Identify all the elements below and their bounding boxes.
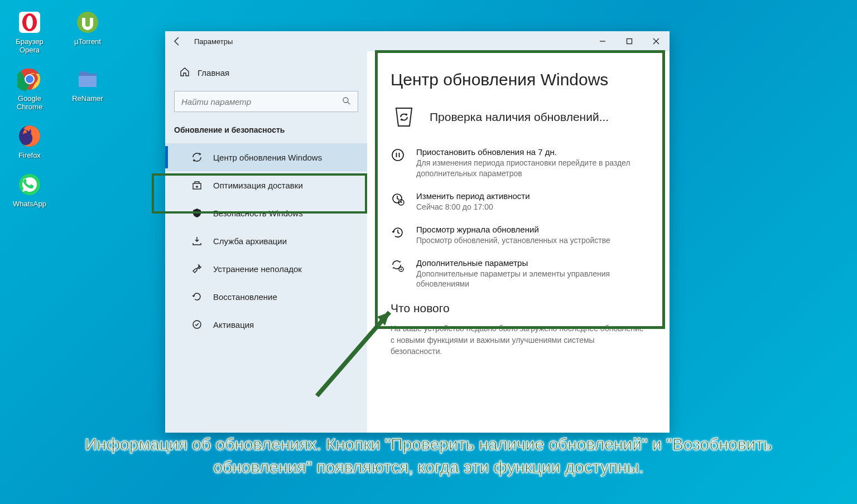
clock-icon — [391, 191, 405, 212]
update-status-text: Проверка наличия обновлений... — [430, 110, 609, 124]
sidebar-item-recovery[interactable]: Восстановление — [165, 283, 367, 311]
annotation-caption: Информация об обновлениях. Кнопки "Прове… — [0, 433, 857, 478]
desktop-icon-opera[interactable]: Браузер Opera — [8, 8, 51, 55]
sidebar-item-windows-security[interactable]: Безопасность Windows — [165, 199, 367, 227]
home-icon — [180, 67, 190, 79]
option-desc: Просмотр обновлений, установленных на ус… — [416, 235, 610, 246]
sidebar-item-label: Центр обновления Windows — [213, 153, 322, 162]
option-advanced-options[interactable]: Дополнительные параметры Дополнительные … — [391, 258, 646, 290]
update-status-row: Проверка наличия обновлений... — [391, 104, 646, 130]
desktop-icon-whatsapp[interactable]: WhatsApp — [8, 170, 51, 209]
utorrent-icon — [73, 8, 102, 37]
settings-window: Параметры Главная Обновление и безопасно… — [165, 31, 670, 433]
minimize-button[interactable] — [589, 31, 616, 51]
backup-icon — [191, 235, 203, 246]
sidebar-item-label: Устранение неполадок — [213, 264, 302, 274]
svg-rect-7 — [79, 76, 97, 87]
desktop-icon-label: Google Chrome — [8, 95, 51, 112]
desktop-icon-firefox[interactable]: Firefox — [8, 122, 51, 160]
back-button[interactable] — [165, 31, 190, 51]
settings-sidebar: Главная Обновление и безопасность Центр … — [165, 51, 367, 433]
desktop-icon-renamer[interactable]: ReNamer — [66, 65, 109, 112]
svg-point-2 — [26, 16, 33, 29]
pause-icon — [391, 147, 405, 179]
sidebar-item-label: Служба архивации — [213, 236, 287, 246]
desktop-icon-label: ReNamer — [72, 95, 103, 103]
opera-icon — [15, 8, 44, 37]
option-active-hours[interactable]: Изменить период активности Сейчас 8:00 д… — [391, 191, 646, 212]
renamer-icon — [73, 65, 102, 94]
desktop-icon-label: µTorrent — [74, 38, 101, 46]
close-button[interactable] — [643, 31, 670, 51]
refresh-icon — [191, 152, 203, 163]
svg-point-12 — [343, 98, 348, 103]
maximize-button[interactable] — [616, 31, 643, 51]
sidebar-item-windows-update[interactable]: Центр обновления Windows — [165, 143, 367, 171]
sidebar-home-label: Главная — [198, 68, 229, 77]
whats-new-body: На ваше устройство недавно было загружен… — [391, 323, 646, 357]
desktop-icon-label: Браузер Opera — [8, 38, 51, 55]
sidebar-item-label: Безопасность Windows — [213, 209, 303, 218]
option-title: Дополнительные параметры — [416, 258, 646, 268]
sidebar-section-label: Обновление и безопасность — [165, 125, 367, 143]
settings-content: Центр обновления Windows Проверка наличи… — [367, 51, 670, 433]
desktop-icon-label: Firefox — [18, 152, 41, 160]
sidebar-home[interactable]: Главная — [165, 61, 367, 91]
window-title: Параметры — [194, 37, 233, 46]
sidebar-item-label: Оптимизация доставки — [213, 181, 303, 190]
option-desc: Дополнительные параметры и элементы упра… — [416, 269, 646, 290]
option-title: Просмотр журнала обновлений — [416, 225, 610, 234]
sidebar-item-backup[interactable]: Служба архивации — [165, 227, 367, 255]
option-desc: Сейчас 8:00 до 17:00 — [416, 202, 530, 212]
option-title: Приостановить обновления на 7 дн. — [416, 147, 646, 157]
activation-icon — [191, 319, 203, 330]
delivery-icon — [191, 180, 203, 191]
search-input[interactable] — [181, 97, 342, 106]
whatsapp-icon — [15, 170, 44, 199]
search-icon — [342, 96, 351, 107]
whats-new-heading: Что нового — [391, 302, 646, 315]
troubleshoot-icon — [191, 263, 203, 274]
firefox-icon — [15, 122, 44, 151]
window-controls — [589, 31, 670, 51]
svg-line-13 — [348, 102, 350, 104]
desktop-icon-utorrent[interactable]: µTorrent — [66, 8, 109, 55]
sidebar-item-troubleshoot[interactable]: Устранение неполадок — [165, 255, 367, 283]
sidebar-item-activation[interactable]: Активация — [165, 311, 367, 338]
shield-icon — [191, 207, 203, 219]
option-update-history[interactable]: Просмотр журнала обновлений Просмотр обн… — [391, 225, 646, 246]
sidebar-search[interactable] — [174, 91, 358, 112]
svg-rect-11 — [627, 39, 632, 44]
svg-point-22 — [401, 268, 402, 270]
window-titlebar: Параметры — [165, 31, 670, 51]
recovery-icon — [191, 291, 203, 302]
history-icon — [391, 225, 405, 246]
sidebar-item-delivery-optimization[interactable]: Оптимизация доставки — [165, 171, 367, 199]
desktop-icon-chrome[interactable]: Google Chrome — [8, 65, 51, 112]
update-status-icon — [391, 104, 417, 130]
option-title: Изменить период активности — [416, 191, 530, 201]
desktop-icons-area: Браузер Opera µTorrent Google Chrome — [8, 8, 119, 209]
option-desc: Для изменения периода приостановки перей… — [416, 158, 646, 179]
advanced-icon — [391, 258, 405, 290]
sidebar-item-label: Активация — [213, 320, 254, 329]
chrome-icon — [15, 65, 44, 94]
desktop-icon-label: WhatsApp — [13, 200, 46, 209]
svg-point-16 — [392, 149, 403, 161]
page-title: Центр обновления Windows — [391, 70, 646, 89]
sidebar-item-label: Восстановление — [213, 292, 277, 302]
option-pause-updates[interactable]: Приостановить обновления на 7 дн. Для из… — [391, 147, 646, 179]
